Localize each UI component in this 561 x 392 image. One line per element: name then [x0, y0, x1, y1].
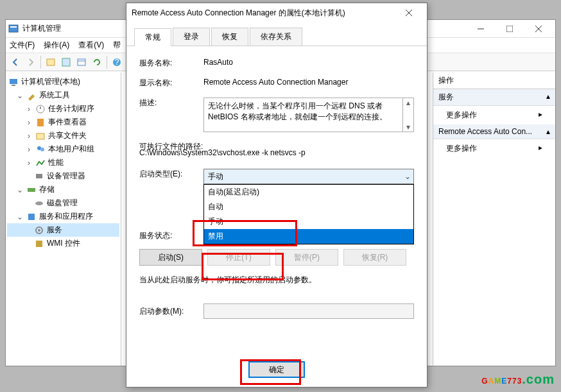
app-icon [8, 24, 19, 34]
tab-logon[interactable]: 登录 [173, 28, 210, 46]
tree-systools[interactable]: ⌄系统工具 [7, 89, 119, 102]
startup-dropdown: 自动(延迟启动) 自动 手动 禁用 [203, 184, 414, 244]
tree-tasksched[interactable]: ›任务计划程序 [7, 102, 119, 115]
expand-icon[interactable]: › [25, 105, 33, 114]
chevron-right-icon: ▸ [539, 110, 542, 119]
dd-auto[interactable]: 自动 [204, 200, 413, 214]
list-button[interactable] [74, 55, 89, 69]
dd-disabled[interactable]: 禁用 [204, 229, 413, 244]
label-param: 启动参数(M): [139, 306, 203, 317]
param-input[interactable] [203, 303, 414, 319]
svg-text:?: ? [115, 58, 119, 67]
help-button[interactable]: ? [110, 55, 124, 69]
value-dispname: Remote Access Auto Connection Manager [203, 78, 414, 89]
props2-button[interactable] [59, 55, 73, 69]
ok-button[interactable]: 确定 [248, 361, 305, 378]
menu-help[interactable]: 帮 [113, 40, 121, 51]
scroll-down-button[interactable]: ▾ [403, 123, 413, 132]
folder-icon [35, 131, 46, 141]
refresh-button[interactable] [90, 55, 104, 69]
svg-rect-1 [10, 26, 17, 28]
computer-icon [8, 77, 19, 87]
dd-manual[interactable]: 手动 [204, 214, 413, 229]
wmi-icon [34, 239, 44, 249]
back-button[interactable] [8, 55, 22, 69]
tree-panel[interactable]: 计算机管理(本地) ⌄系统工具 ›任务计划程序 ›事件查看器 ›共享文件夹 ›本… [6, 72, 121, 366]
svg-rect-0 [9, 25, 18, 32]
tree-root[interactable]: 计算机管理(本地) [7, 75, 119, 89]
svg-point-31 [38, 229, 40, 232]
tree-users[interactable]: ›本地用户和组 [7, 142, 119, 156]
dd-auto-delayed[interactable]: 自动(延迟启动) [204, 185, 413, 200]
startup-selected: 手动 [204, 169, 413, 184]
device-icon [34, 171, 44, 182]
actions-section-services[interactable]: 服务▴ [433, 89, 555, 106]
tree-svcapps[interactable]: ⌄服务和应用程序 [7, 210, 119, 223]
expand-icon[interactable]: › [25, 132, 33, 141]
actions-header: 操作 [433, 72, 555, 89]
dialog-titlebar: Remote Access Auto Connection Manager 的属… [126, 3, 427, 22]
clock-icon [35, 104, 46, 114]
collapse-icon[interactable]: ⌄ [16, 91, 24, 100]
value-exepath: C:\Windows\System32\svchost.exe -k netsv… [139, 148, 414, 157]
pause-button[interactable]: 暂停(P) [275, 249, 338, 266]
svg-rect-7 [62, 58, 70, 66]
disk-icon [34, 198, 44, 209]
apps-icon [26, 212, 37, 222]
tree-wmi[interactable]: WMI 控件 [7, 237, 119, 250]
tree-diskmgr[interactable]: 磁盘管理 [7, 196, 119, 210]
collapse-icon[interactable]: ⌄ [16, 212, 24, 221]
up-button[interactable] [44, 55, 58, 69]
tree-devmgr[interactable]: 设备管理器 [7, 169, 119, 183]
tab-deps[interactable]: 依存关系 [250, 28, 302, 46]
svg-rect-32 [36, 241, 42, 247]
svg-rect-23 [37, 133, 44, 139]
svg-rect-26 [36, 174, 42, 178]
svg-rect-22 [37, 119, 44, 126]
watermark: GAME773.com [481, 368, 555, 388]
expand-icon[interactable]: › [25, 145, 33, 154]
event-icon [35, 117, 46, 128]
minimize-button[interactable] [466, 21, 495, 37]
tree-storage[interactable]: ⌄存储 [7, 183, 119, 196]
svg-rect-6 [47, 59, 55, 65]
label-status: 服务状态: [139, 230, 203, 241]
properties-dialog: Remote Access Auto Connection Manager 的属… [126, 3, 427, 388]
stop-button[interactable]: 停止(T) [207, 249, 270, 266]
startup-type-select[interactable]: 手动 ⌄ 自动(延迟启动) 自动 手动 禁用 [203, 169, 414, 184]
chevron-up-icon: ▴ [546, 127, 550, 136]
label-dispname: 显示名称: [139, 78, 203, 89]
dialog-close-button[interactable] [396, 4, 422, 22]
close-button[interactable] [524, 21, 553, 37]
collapse-icon[interactable]: ⌄ [16, 185, 24, 194]
resume-button[interactable]: 恢复(R) [343, 249, 406, 266]
tools-icon [26, 90, 37, 101]
perf-icon [35, 158, 46, 168]
tree-eventviewer[interactable]: ›事件查看器 [7, 115, 119, 129]
scroll-up-button[interactable]: ▴ [403, 98, 413, 107]
description-box[interactable]: 无论什么时候，当某个程序引用一个远程 DNS 或者 NetBIOS 名称或者地址… [203, 98, 403, 132]
users-icon [35, 144, 46, 155]
tree-services[interactable]: 服务 [7, 223, 119, 237]
menu-file[interactable]: 文件(F) [10, 40, 35, 51]
dialog-tabs: 常规 登录 恢复 依存关系 [126, 22, 427, 46]
menu-action[interactable]: 操作(A) [44, 40, 69, 51]
value-svcname: RasAuto [203, 58, 414, 69]
tab-recovery[interactable]: 恢复 [211, 28, 248, 46]
start-button[interactable]: 启动(S) [139, 249, 202, 266]
forward-button[interactable] [24, 55, 38, 69]
actions-section-rasauto[interactable]: Remote Access Auto Con...▴ [433, 124, 555, 139]
svg-rect-27 [28, 188, 35, 192]
chevron-right-icon: ▸ [539, 143, 542, 152]
svg-point-28 [35, 201, 43, 205]
maximize-button[interactable] [495, 21, 524, 37]
svg-rect-18 [10, 79, 17, 84]
actions-more2[interactable]: 更多操作▸ [433, 139, 555, 158]
tab-general[interactable]: 常规 [134, 28, 171, 46]
actions-more1[interactable]: 更多操作▸ [433, 106, 555, 124]
expand-icon[interactable]: › [25, 118, 33, 127]
expand-icon[interactable]: › [25, 158, 33, 167]
menu-view[interactable]: 查看(V) [78, 40, 104, 51]
tree-shared[interactable]: ›共享文件夹 [7, 129, 119, 142]
tree-perf[interactable]: ›性能 [7, 156, 119, 169]
